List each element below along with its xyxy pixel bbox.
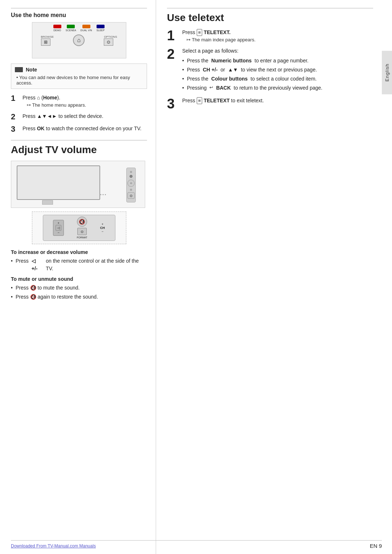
options-icon: OPTIONS ⊙ [104,35,117,46]
page-footer: Downloaded From TV-Manual.com Manuals EN… [11,540,382,549]
dual-label: DUAL V/N [81,29,92,32]
remote-control-image: + ◁ − 🔇 ⊙ FORMAT [32,212,126,244]
mute-btn: 🔇 [77,217,87,227]
teletext-step-3: 3 Press ≡ TELETEXT to exit teletext. [167,97,373,111]
teletext-icon-3: ≡ [197,97,203,104]
browse-icon: BROWSE ⊞ [41,35,54,46]
home-step-3: 3 Press OK to watch the connected device… [11,125,147,134]
menu-mockup: DEMO SCENEA DUAL V/N SLEEP [32,22,126,58]
left-column: Use the home menu DEMO SCENEA [0,0,156,554]
bullet-note: • [16,75,19,80]
step-content-3: Press OK to watch the connected device o… [23,125,147,132]
mute-item-1: Press 🔇 to mute the sound. [11,284,147,292]
increase-volume-item: Press ◁ +/- on the remote control or at … [11,257,147,272]
adjust-tv-title: Adjust TV volume [11,144,147,156]
dual-btn: DUAL V/N [81,25,92,32]
tv-body [17,165,100,200]
format-btn: ⊙ [77,228,87,235]
format-label: FORMAT [77,236,87,239]
home-menu-image: DEMO SCENEA DUAL V/N SLEEP [32,22,126,58]
note-text: • You can add new devices to the home me… [16,75,143,86]
teletext-bullet-1: Press the Numeric buttons to enter a pag… [182,57,373,65]
increase-volume-heading: To increase or decrease volume [11,249,147,255]
ctrl-dot-2 [130,175,132,178]
language-tab: English [382,51,392,94]
home-menu-title: Use the home menu [11,12,147,19]
ctrl-main-btn: ○ [127,180,135,187]
remote-detail: + ◁ − 🔇 ⊙ FORMAT [32,212,126,244]
vol-icon: ◁ [56,225,61,231]
teletext-icon-1: ≡ [197,29,203,36]
ctrl-menu-btn: ⊙ [127,192,135,199]
teletext-bullet-2: Press CH +/- or ▲▼ to view the next or p… [182,66,373,74]
adjust-tv-section: Adjust TV volume • • • [11,140,147,301]
note-icon [15,67,23,72]
step-num-1: 1 [11,94,19,103]
step-content-1: Press ⌂ (Home). ↦ The home menu appears. [23,94,147,109]
mute-heading: To mute or unmute sound [11,276,147,282]
step-num-3: 3 [11,125,19,134]
teletext-bullet-4: Pressing ↩ BACK to return to the previou… [182,84,373,92]
teletext-step-num-2: 2 [167,47,179,61]
demo-label: DEMO [53,29,61,32]
teletext-step-num-1: 1 [167,29,179,42]
home-button: ⌂ [73,34,85,46]
ctrl-dot-1 [130,171,132,173]
tv-side-mockup: • • • ○ ⊙ [11,161,145,208]
teletext-step-content-3: Press ≡ TELETEXT to exit teletext. [182,97,373,104]
tv-side-image: • • • ○ ⊙ [11,161,145,208]
teletext-step-num-3: 3 [167,97,179,111]
main-content: Use the home menu DEMO SCENEA [0,0,382,554]
page-num-val: 9 [379,543,382,549]
teletext-arrow-1: ↦ The main index page appears. [187,36,373,44]
ch-area: + CH − [100,222,105,233]
volume-divider [11,140,147,140]
page-wrapper: English Use the home menu DEMO [0,0,392,554]
home-step-2: 2 Press ▲▼◄► to select the device. [11,112,147,121]
ch-label: CH [100,226,105,230]
ctrl-dot-3 [130,189,132,191]
footer-link[interactable]: Downloaded From TV-Manual.com Manuals [11,543,96,549]
right-top-divider [167,8,373,8]
step-num-2: 2 [11,112,19,121]
remote-detail-body: + ◁ − 🔇 ⊙ FORMAT [43,215,115,241]
step-content-2: Press ▲▼◄► to select the device. [23,112,147,120]
scenea-btn: SCENEA [66,25,76,32]
increase-volume-list: Press ◁ +/- on the remote control or at … [11,257,147,272]
mute-item-2: Press 🔇 again to restore the sound. [11,293,147,301]
home-step-1: 1 Press ⌂ (Home). ↦ The home menu appear… [11,94,147,109]
vol-plus-btn: + ◁ − [53,220,64,236]
back-icon: ↩ [209,84,213,92]
menu-middle: BROWSE ⊞ ⌂ OPTIONS ⊙ [32,33,126,48]
step-arrow-1: ↦ The home menu appears. [27,102,147,109]
mute-area: 🔇 ⊙ FORMAT [77,217,87,239]
speaker-dots: • • • [100,193,106,197]
teletext-step-1: 1 Press ≡ TELETEXT. ↦ The main index pag… [167,29,373,44]
mute-list: Press 🔇 to mute the sound. Press 🔇 again… [11,284,147,301]
right-column: Use teletext 1 Press ≡ TELETEXT. ↦ The m… [156,0,382,554]
menu-top-bar: DEMO SCENEA DUAL V/N SLEEP [32,22,126,33]
page-number: EN 9 [370,543,382,549]
teletext-bullet-3: Press the Colour buttons to select a col… [182,75,373,83]
page-label: EN [370,543,377,549]
top-divider [11,8,147,8]
sleep-label: SLEEP [97,29,105,32]
browse-button: ⊞ [41,38,50,46]
side-controls: ○ ⊙ [126,168,136,202]
note-header: Note [15,67,143,73]
language-label: English [384,63,390,82]
note-label: Note [26,67,37,73]
teletext-step-2: 2 Select a page as follows: Press the Nu… [167,47,373,93]
scenea-label: SCENEA [66,29,76,32]
sleep-btn: SLEEP [97,25,105,32]
note-box: Note • You can add new devices to the ho… [11,63,147,89]
format-area: ⊙ [77,228,87,235]
teletext-bullets: Press the Numeric buttons to enter a pag… [182,57,373,92]
options-button: ⊙ [104,38,113,46]
teletext-step-content-1: Press ≡ TELETEXT. ↦ The main index page … [182,29,373,44]
demo-btn: DEMO [53,25,61,32]
teletext-step-content-2: Select a page as follows: Press the Nume… [182,47,373,93]
tv-stand [42,200,53,205]
teletext-title: Use teletext [167,12,373,24]
